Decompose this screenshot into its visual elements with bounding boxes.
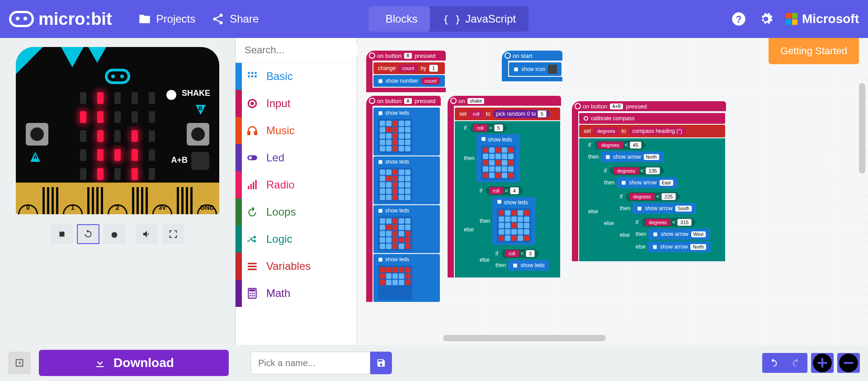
- workspace-hscroll[interactable]: [443, 335, 606, 341]
- block-on-button-b[interactable]: on button B pressed change count by 1 sh…: [366, 51, 446, 92]
- save-button[interactable]: [370, 352, 392, 374]
- pin-1[interactable]: 1: [63, 204, 83, 214]
- microsoft-label: Microsoft: [802, 12, 859, 26]
- zoom-in-button[interactable]: [811, 353, 834, 373]
- search-input[interactable]: [245, 44, 369, 56]
- stmt-show-number[interactable]: show number count: [373, 75, 445, 87]
- svg-rect-45: [638, 207, 642, 210]
- category-math[interactable]: Math: [236, 280, 357, 307]
- block-on-button-ab[interactable]: on button A+B pressed calibrate compass …: [572, 101, 726, 261]
- block-on-start[interactable]: on start show icon: [502, 51, 562, 81]
- button-ab[interactable]: [191, 152, 209, 170]
- svg-rect-21: [253, 182, 254, 189]
- block-on-shake[interactable]: on shake set roll to pick random 0 to 5 …: [448, 96, 561, 278]
- project-name-input[interactable]: [250, 352, 370, 374]
- category-basic[interactable]: Basic: [236, 63, 357, 90]
- category-music[interactable]: Music: [236, 117, 357, 144]
- edge-connector: 0 1 2 3V GND: [16, 183, 219, 214]
- grid-icon: [246, 71, 258, 82]
- stmt-set-roll[interactable]: set roll to pick random 0 to 5: [455, 108, 560, 120]
- stmt-set-degrees[interactable]: set degrees to compass heading (°): [579, 125, 725, 137]
- decor-corner: [16, 47, 43, 74]
- main: SHAKE A B A+B 0 1 2 3V: [0, 38, 868, 345]
- block-on-button-a[interactable]: on button A pressed show leds show leds …: [366, 96, 441, 303]
- category-input[interactable]: Input: [236, 90, 357, 117]
- undo-button[interactable]: [762, 353, 785, 373]
- gear-icon[interactable]: [759, 12, 773, 26]
- pin-3v[interactable]: 3V: [152, 204, 172, 214]
- workspace[interactable]: Getting Started on start show icon on bu…: [357, 38, 868, 345]
- category-label: Variables: [266, 260, 311, 273]
- getting-started-button[interactable]: Getting Started: [769, 38, 859, 64]
- microsoft-logo[interactable]: Microsoft: [786, 12, 859, 26]
- svg-rect-43: [606, 155, 610, 159]
- stmt-change[interactable]: change count by 1: [373, 62, 445, 74]
- sound-icon: [142, 229, 152, 239]
- tab-javascript[interactable]: { } JavaScript: [430, 6, 528, 32]
- category-strip: [236, 226, 242, 253]
- button-b[interactable]: [187, 123, 209, 146]
- svg-rect-37: [378, 160, 382, 164]
- led-matrix: [80, 92, 155, 180]
- svg-rect-11: [251, 75, 253, 77]
- category-loops[interactable]: Loops: [236, 198, 357, 226]
- footer: Download: [0, 345, 868, 381]
- svg-rect-10: [248, 75, 250, 77]
- logo[interactable]: micro:bit: [9, 9, 112, 29]
- category-strip: [236, 253, 242, 280]
- collapse-sim-button[interactable]: [8, 352, 31, 374]
- tab-js-label: JavaScript: [465, 13, 516, 25]
- fullscreen-button[interactable]: [162, 224, 184, 244]
- stmt-show-icon[interactable]: show icon: [509, 62, 561, 76]
- if-degrees[interactable]: if degrees < 45 then show arrow North el…: [579, 138, 725, 261]
- bars-icon: [246, 179, 258, 191]
- hat-label: on start: [513, 52, 532, 59]
- category-radio[interactable]: Radio: [236, 171, 357, 198]
- svg-rect-35: [378, 79, 382, 83]
- microbit-simulator[interactable]: SHAKE A B A+B 0 1 2 3V: [16, 47, 219, 214]
- projects-label: Projects: [156, 13, 196, 25]
- folder-icon: [138, 13, 151, 25]
- refresh-icon: [83, 229, 93, 239]
- share-button[interactable]: Share: [203, 8, 267, 30]
- mute-button[interactable]: [136, 224, 158, 244]
- button-a[interactable]: [26, 123, 48, 146]
- category-led[interactable]: Led: [236, 144, 357, 171]
- svg-rect-41: [498, 200, 501, 203]
- category-variables[interactable]: Variables: [236, 253, 357, 280]
- slowmo-button[interactable]: [103, 224, 126, 244]
- workspace-vscroll[interactable]: [859, 83, 865, 174]
- stop-button[interactable]: [51, 224, 73, 244]
- microbit-logo-icon: [9, 11, 34, 27]
- pin-2[interactable]: 2: [108, 204, 127, 214]
- download-button[interactable]: Download: [39, 350, 229, 376]
- projects-button[interactable]: Projects: [130, 8, 204, 30]
- tab-blocks[interactable]: Blocks: [368, 6, 430, 32]
- zoom-out-button[interactable]: [837, 353, 860, 373]
- stmt-show-leds-1[interactable]: show leds: [373, 108, 440, 155]
- category-label: Loops: [266, 206, 296, 218]
- category-logic[interactable]: Logic: [236, 226, 357, 253]
- shake-indicator[interactable]: [166, 90, 176, 100]
- stmt-show-leds-4[interactable]: show leds: [373, 254, 440, 302]
- minus-icon: [837, 352, 860, 374]
- svg-rect-12: [255, 75, 256, 77]
- footer-right: [762, 353, 860, 373]
- icon-preview: [548, 65, 557, 74]
- stmt-calibrate[interactable]: calibrate compass: [579, 113, 725, 124]
- if-roll-5[interactable]: if roll = 5 then show leds else if roll …: [455, 121, 560, 278]
- download-icon: [94, 357, 106, 369]
- restart-button[interactable]: [77, 224, 99, 244]
- svg-rect-5: [60, 232, 65, 237]
- stmt-show-leds-3[interactable]: show leds: [373, 205, 440, 253]
- category-label: Music: [266, 124, 295, 137]
- save-icon: [376, 358, 386, 368]
- simulator-controls: [51, 224, 184, 244]
- redo-button[interactable]: [785, 353, 807, 373]
- pin-0[interactable]: 0: [18, 204, 38, 214]
- pin-gnd[interactable]: GND: [197, 204, 217, 214]
- undo-icon: [769, 358, 778, 368]
- stmt-show-leds-2[interactable]: show leds: [373, 156, 440, 204]
- target-icon: [246, 98, 258, 109]
- help-icon[interactable]: ?: [731, 12, 746, 26]
